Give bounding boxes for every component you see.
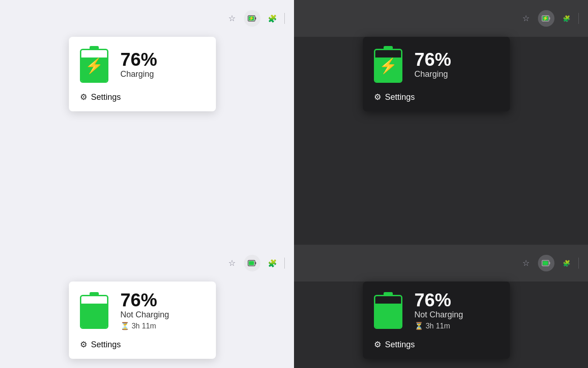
right-top-battery-bolt-icon: ⚡ (375, 50, 401, 81)
right-top-puzzle-icon: 🧩 (563, 15, 571, 22)
right-top-settings-label: Settings (385, 92, 415, 102)
left-bottom-bookmark-button[interactable]: ☆ (224, 255, 240, 271)
left-spacer (0, 111, 294, 245)
left-top-battery-row: ⚡ 76% Charging (80, 46, 205, 83)
right-top-battery-illustration: ⚡ (374, 46, 407, 83)
right-top-battery-status: Charging (414, 69, 451, 79)
svg-text:⚡: ⚡ (543, 15, 548, 21)
right-bottom-time-value: 3h 11m (425, 322, 450, 330)
right-bottom-battery-percent: 76% (414, 291, 463, 309)
battery-extension-button[interactable]: ⚡ (244, 10, 260, 27)
left-bottom-toolbar-divider (284, 258, 285, 269)
right-top-star-icon: ☆ (522, 13, 530, 23)
battery-body: ⚡ (80, 49, 108, 83)
left-bottom-star-icon: ☆ (228, 258, 236, 268)
right-top-battery-row: ⚡ 76% Charging (374, 46, 499, 83)
right-bottom-extensions-button[interactable]: 🧩 (558, 255, 575, 271)
battery-bolt-icon: ⚡ (81, 50, 107, 81)
right-spacer (294, 111, 588, 245)
right-bottom-settings-row[interactable]: ⚙ Settings (374, 338, 499, 350)
right-toolbar-battery-charging-icon: ⚡ (542, 14, 551, 23)
svg-rect-5 (255, 262, 256, 264)
left-top-section: ☆ ⚡ 🧩 (0, 0, 294, 111)
right-bottom-battery-illustration (374, 292, 407, 329)
right-bottom-battery-row: 76% Not Charging ⏳ 3h 11m (374, 291, 499, 330)
right-top-extensions-button[interactable]: 🧩 (558, 10, 575, 27)
left-bottom-battery-time: ⏳ 3h 11m (120, 322, 169, 330)
right-bottom-toolbar-divider (578, 258, 579, 269)
left-bottom-time-value: 3h 11m (131, 322, 156, 330)
right-top-battery-percent: 76% (414, 50, 451, 69)
left-bottom-toolbar: ☆ 🧩 (0, 245, 294, 282)
bookmark-button[interactable]: ☆ (224, 10, 240, 27)
extensions-button[interactable]: 🧩 (264, 10, 281, 27)
left-panel: ☆ ⚡ 🧩 (0, 0, 294, 368)
left-top-popup: ⚡ 76% Charging ⚙ Settings (69, 37, 216, 111)
right-bottom-popup: 76% Not Charging ⏳ 3h 11m ⚙ Settings (363, 282, 510, 359)
left-bottom-settings-gear-icon: ⚙ (80, 339, 87, 350)
left-bottom-battery-fill (81, 304, 107, 328)
left-bottom-settings-label: Settings (91, 340, 121, 350)
right-top-popup-container: ⚡ 76% Charging ⚙ Settings (294, 37, 588, 111)
right-bottom-popup-container: 76% Not Charging ⏳ 3h 11m ⚙ Settings (294, 282, 588, 359)
toolbar-battery-icon (248, 259, 257, 268)
right-bottom-settings-label: Settings (385, 340, 415, 350)
right-bottom-battery-body (374, 295, 402, 329)
toolbar-battery-charging-icon: ⚡ (248, 14, 257, 23)
settings-gear-icon: ⚙ (80, 92, 87, 102)
right-bottom-padding (294, 359, 588, 368)
svg-rect-12 (549, 262, 550, 264)
right-bottom-settings-gear-icon: ⚙ (374, 339, 381, 350)
right-bottom-bookmark-button[interactable]: ☆ (518, 255, 534, 271)
left-top-battery-illustration: ⚡ (80, 46, 113, 83)
left-bottom-popup: 76% Not Charging ⏳ 3h 11m ⚙ Settings (69, 282, 216, 359)
toolbar-divider (284, 13, 285, 24)
right-bottom-puzzle-icon: 🧩 (563, 260, 571, 267)
right-bottom-battery-fill (375, 304, 401, 328)
left-bottom-battery-illustration (80, 292, 113, 329)
left-bottom-battery-percent: 76% (120, 291, 169, 309)
left-top-settings-row[interactable]: ⚙ Settings (80, 90, 205, 102)
right-top-settings-gear-icon: ⚙ (374, 92, 381, 102)
star-icon: ☆ (228, 13, 236, 23)
left-top-battery-status: Charging (120, 69, 157, 79)
left-bottom-settings-row[interactable]: ⚙ Settings (80, 338, 205, 350)
left-bottom-popup-container: 76% Not Charging ⏳ 3h 11m ⚙ Settings (0, 282, 294, 359)
right-top-toolbar-divider (578, 13, 579, 24)
right-bottom-battery-time: ⏳ 3h 11m (414, 322, 463, 330)
right-top-toolbar: ☆ ⚡ 🧩 (294, 0, 588, 37)
left-top-popup-content: ⚡ 76% Charging ⚙ Settings (80, 46, 205, 102)
left-bottom-extensions-button[interactable]: 🧩 (264, 255, 281, 271)
left-bottom-battery-row: 76% Not Charging ⏳ 3h 11m (80, 291, 205, 330)
left-bottom-battery-status: Not Charging (120, 310, 169, 320)
right-top-battery-extension-button[interactable]: ⚡ (538, 10, 554, 27)
svg-rect-13 (543, 261, 548, 265)
left-top-settings-label: Settings (91, 92, 121, 102)
left-top-battery-info: 76% Charging (120, 50, 157, 79)
right-bottom-battery-extension-button[interactable] (538, 255, 554, 271)
right-top-bookmark-button[interactable]: ☆ (518, 10, 534, 27)
left-bottom-puzzle-icon: 🧩 (268, 259, 277, 268)
svg-rect-6 (249, 261, 254, 265)
left-bottom-battery-body (80, 295, 108, 329)
right-panel: ☆ ⚡ 🧩 (294, 0, 588, 368)
svg-rect-8 (549, 17, 550, 20)
right-bottom-battery-status: Not Charging (414, 310, 463, 320)
puzzle-icon: 🧩 (268, 14, 277, 23)
svg-rect-1 (255, 17, 256, 20)
right-top-battery-info: 76% Charging (414, 50, 451, 79)
right-bottom-toolbar-battery-icon (542, 259, 551, 268)
left-bottom-battery-extension-button[interactable] (244, 255, 260, 271)
bottom-padding (0, 359, 294, 368)
right-bottom-battery-info: 76% Not Charging ⏳ 3h 11m (414, 291, 463, 330)
right-top-battery-body: ⚡ (374, 49, 402, 83)
left-top-toolbar: ☆ ⚡ 🧩 (0, 0, 294, 37)
left-top-battery-percent: 76% (120, 50, 157, 69)
right-bottom-section: ☆ 🧩 (294, 245, 588, 368)
right-bottom-star-icon: ☆ (522, 258, 530, 268)
right-top-settings-row[interactable]: ⚙ Settings (374, 90, 499, 102)
left-bottom-battery-info: 76% Not Charging ⏳ 3h 11m (120, 291, 169, 330)
svg-text:⚡: ⚡ (249, 15, 254, 21)
left-top-popup-container: ⚡ 76% Charging ⚙ Settings (0, 37, 294, 111)
right-top-section: ☆ ⚡ 🧩 (294, 0, 588, 111)
